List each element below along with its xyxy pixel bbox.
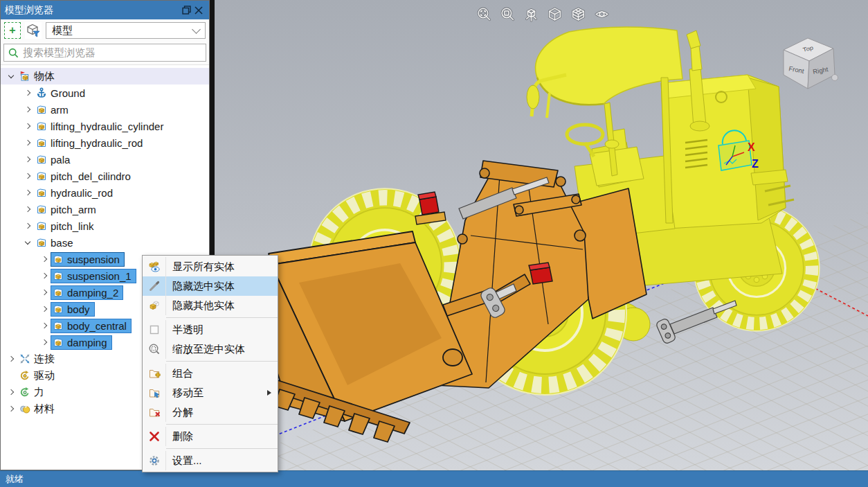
search-input[interactable]: 搜索模型浏览器 [3, 44, 206, 62]
group-icon [143, 364, 166, 383]
transparent-icon [143, 320, 166, 339]
tree-item-hydraulic-rod[interactable]: hydraulic_rod [1, 184, 209, 201]
isometric-view-icon[interactable] [523, 6, 539, 22]
menu-item-delete[interactable]: 删除 [143, 427, 278, 446]
tree-item-content[interactable]: arm [34, 103, 73, 117]
tree-item-content[interactable]: body_central [51, 319, 132, 333]
tree-item-物体[interactable]: 物体 [1, 68, 209, 85]
add-model-button[interactable]: + [4, 22, 21, 39]
tree-item-label: 力 [34, 386, 44, 399]
hide-selected-entities-icon [143, 276, 166, 296]
tree-item-pala[interactable]: pala [1, 151, 209, 168]
expand-chevron-icon[interactable] [21, 203, 34, 215]
tree-item-pitch-arm[interactable]: pitch_arm [1, 201, 209, 218]
body-cube-icon [36, 104, 47, 115]
expand-chevron-icon[interactable] [5, 386, 17, 398]
tree-item-pitch-link[interactable]: pitch_link [1, 218, 209, 234]
tree-item-label: hydraulic_rod [51, 187, 113, 199]
menu-item-zoom-to-selected[interactable]: 缩放至选中实体 [143, 339, 278, 359]
tree-item-ground[interactable]: Ground [1, 85, 209, 101]
menu-item-settings[interactable]: 设置... [143, 451, 278, 470]
menu-item-group[interactable]: 组合 [143, 364, 278, 383]
tree-item-content[interactable]: lifting_hydraulic_rod [34, 136, 147, 150]
menu-separator [143, 315, 278, 320]
view-cube[interactable]: Top Front Right [775, 29, 844, 98]
expand-chevron-icon[interactable] [21, 103, 34, 116]
zoom-extents-icon[interactable] [476, 6, 492, 22]
tree-item-label: 物体 [34, 70, 55, 83]
menu-item-show-all-entities[interactable]: 显示所有实体 [143, 257, 278, 276]
3d-viewport[interactable]: X Z Top Front Right [215, 0, 868, 470]
tree-item-label: damping [67, 337, 107, 348]
cube-view-icon[interactable] [547, 6, 563, 22]
tree-item-content[interactable]: pitch_arm [34, 202, 101, 217]
tree-item-pitch-del-cilindro[interactable]: pitch_del_cilindro [1, 168, 209, 184]
move-to-icon [143, 383, 166, 402]
menu-item-label: 半透明 [166, 324, 278, 337]
expand-chevron-icon[interactable] [21, 236, 34, 249]
menu-item-hide-selected-entities[interactable]: 隐藏选中实体 [143, 276, 278, 296]
hide-other-entities-icon [143, 296, 166, 315]
menu-item-move-to[interactable]: 移动至 [143, 383, 278, 402]
tree-item-content[interactable]: damping_2 [51, 285, 123, 300]
expand-chevron-icon[interactable] [38, 319, 51, 332]
expand-chevron-icon[interactable] [21, 186, 34, 199]
tree-item-label: pitch_del_cilindro [51, 170, 131, 182]
expand-chevron-icon[interactable] [38, 336, 51, 348]
expand-chevron-icon[interactable] [5, 353, 17, 365]
menu-item-transparent[interactable]: 半透明 [143, 320, 278, 339]
tree-item-lifting-hydraulic-cylinder[interactable]: lifting_hydraulic_cylinder [1, 118, 209, 134]
menu-item-label: 移动至 [166, 387, 267, 400]
zoom-window-icon[interactable] [500, 6, 516, 22]
visibility-icon[interactable] [594, 6, 610, 22]
expand-chevron-icon[interactable] [38, 269, 51, 282]
tree-item-label: pala [51, 154, 70, 166]
view-cube-corner[interactable] [832, 75, 838, 81]
tree-item-content[interactable]: pitch_del_cilindro [34, 169, 136, 184]
tree-item-content[interactable]: lifting_hydraulic_cylinder [34, 119, 168, 134]
expand-chevron-icon[interactable] [5, 402, 17, 415]
expand-chevron-icon[interactable] [5, 70, 17, 82]
status-bar: 就绪 [0, 470, 868, 487]
tree-item-content[interactable]: base [34, 236, 78, 250]
float-window-icon[interactable] [180, 4, 192, 17]
tree-item-content[interactable]: damping [51, 335, 112, 350]
tree-item-content[interactable]: pitch_link [34, 219, 99, 233]
tree-item-content[interactable]: body [51, 302, 95, 317]
tree-item-content[interactable]: suspension [51, 252, 125, 267]
cube-faces-view-icon[interactable] [570, 6, 586, 22]
expand-chevron-icon[interactable] [38, 303, 51, 315]
expand-chevron-icon[interactable] [21, 220, 34, 232]
menu-item-hide-other-entities[interactable]: 隐藏其他实体 [143, 296, 278, 315]
tree-item-content[interactable]: 材料 [17, 401, 60, 417]
model-select-combo[interactable]: 模型 [46, 22, 206, 39]
tree-item-content[interactable]: 连接 [17, 351, 60, 367]
expand-chevron-icon[interactable] [21, 153, 34, 166]
panel-toolbar: + 模型 [1, 19, 209, 42]
tree-item-lifting-hydraulic-rod[interactable]: lifting_hydraulic_rod [1, 134, 209, 151]
expand-chevron-icon[interactable] [21, 87, 34, 99]
menu-item-ungroup[interactable]: 分解 [143, 402, 278, 422]
model-filter-button[interactable] [25, 22, 42, 39]
search-row: 搜索模型浏览器 [1, 42, 209, 65]
expand-chevron-icon[interactable] [38, 253, 51, 265]
tree-item-label: body_central [67, 320, 127, 332]
close-icon[interactable] [192, 4, 205, 17]
tree-item-content[interactable]: suspension_1 [51, 269, 136, 283]
tree-item-content[interactable]: 驱动 [17, 368, 60, 384]
expand-chevron-icon[interactable] [21, 136, 34, 149]
expand-chevron-icon[interactable] [38, 286, 51, 299]
tree-item-arm[interactable]: arm [1, 101, 209, 118]
tree-item-base[interactable]: base [1, 234, 209, 251]
tree-item-content[interactable]: hydraulic_rod [34, 186, 118, 200]
tree-item-content[interactable]: 物体 [17, 69, 60, 85]
expand-chevron-icon[interactable] [21, 170, 34, 182]
tree-item-content[interactable]: pala [34, 152, 75, 167]
expand-chevron-icon[interactable] [21, 120, 34, 132]
body-cube-icon [53, 320, 64, 331]
tree-item-content[interactable]: 力 [17, 384, 49, 400]
panel-title-bar: 模型浏览器 [1, 1, 209, 19]
body-cube-icon [53, 270, 64, 281]
body-cube-icon [53, 337, 64, 348]
tree-item-content[interactable]: Ground [34, 86, 90, 100]
